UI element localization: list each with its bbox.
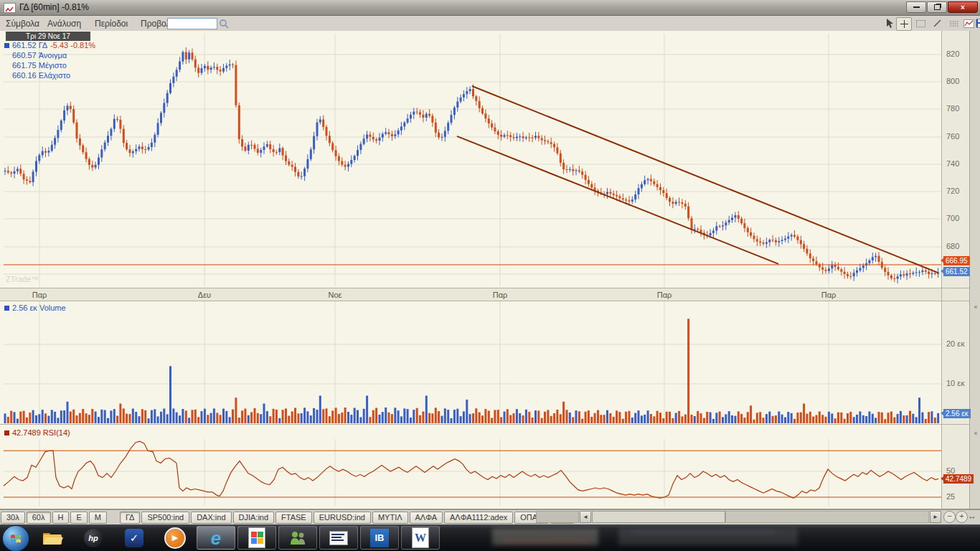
minimize-icon (913, 6, 920, 8)
region-tool-icon[interactable] (913, 17, 928, 29)
rsi-tick: 25 (946, 492, 955, 501)
volume-legend: 2.56 εκ Volume (4, 303, 66, 313)
tab-symbol-sp500[interactable]: SP500:ind (141, 512, 189, 524)
price-tick: 740 (946, 159, 959, 168)
rsi-pane-close-icon[interactable]: × (972, 430, 979, 437)
x-tick: Παρ (32, 291, 47, 299)
pointer-tool-icon[interactable] (882, 17, 896, 29)
menu-analysis[interactable]: Ανάλυση (43, 18, 85, 29)
ib-icon: IB (370, 529, 389, 547)
tab-symbol-dax[interactable]: DAX:ind (191, 512, 231, 524)
media-player-icon: ▶ (164, 527, 186, 549)
google-page-icon (248, 527, 265, 548)
taskbar-glass-reflection (631, 531, 775, 533)
rsi-tag: 42.7489 (943, 474, 974, 484)
volume-tick: 20 εκ (946, 339, 965, 348)
rsi-legend: 42.7489 RSI(14) (4, 428, 70, 438)
crosshair-tool-icon[interactable] (896, 17, 912, 31)
taskbar-windows-media-player[interactable]: ▶ (156, 526, 194, 550)
tab-period-60min[interactable]: 60λ (27, 512, 51, 524)
restore-icon (934, 4, 941, 10)
volume-pane-close-icon[interactable]: × (972, 303, 979, 311)
crosshair-date-header: Τρι 29 Νοε 17 (6, 32, 90, 41)
taskbar-windows-explorer[interactable] (33, 526, 72, 550)
tab-period-month[interactable]: M (89, 512, 107, 524)
volume-tick: 10 εκ (946, 379, 965, 387)
tab-scrollbar-track[interactable] (725, 511, 929, 523)
window-title: ΓΔ [60min] -0.81% (19, 2, 89, 12)
ztrade-application-window: ΓΔ [60min] -0.81% × Σύμβολα Ανάλυση Περί… (0, 0, 980, 551)
price-tick: 780 (946, 104, 959, 113)
menu-symbols[interactable]: Σύμβολα (1, 18, 44, 29)
taskbar-internet-explorer[interactable]: e (197, 526, 235, 550)
start-button[interactable] (2, 525, 29, 551)
volume-tag: 2.56 εκ (943, 409, 971, 418)
tab-symbol-alpha1112[interactable]: ΑΛΦΑ1112:adex (444, 512, 513, 524)
tab-symbol-mytil[interactable]: ΜΥΤΙΛ (372, 512, 408, 524)
zoom-out-button[interactable]: − (943, 511, 956, 523)
zoom-in-button[interactable]: + (956, 511, 968, 523)
legend-high: 661.75 Μέγιστο (12, 61, 67, 70)
taskbar-checkmark-app[interactable]: ✓ (115, 526, 154, 550)
minimize-button[interactable] (906, 1, 926, 13)
x-tick: Νοε (329, 291, 342, 299)
tab-scroll-right-icon[interactable]: ► (930, 511, 941, 523)
tab-scrollbar-thumb[interactable] (592, 511, 725, 523)
price-tick: 760 (946, 132, 959, 141)
internet-explorer-icon: e (211, 529, 221, 547)
tab-period-week[interactable]: E (70, 512, 87, 524)
taskbar-hp[interactable]: hp (74, 526, 113, 550)
legend-open: 660.57 Άνοιγμα (12, 51, 67, 60)
last-price-tag: 661.52 (943, 267, 970, 276)
price-tick: 700 (946, 214, 959, 222)
tab-symbol-ftase[interactable]: FTASE (275, 512, 312, 524)
symbol-search-input[interactable] (167, 18, 217, 29)
tab-symbol-djia[interactable]: DJIA:ind (233, 512, 275, 524)
close-icon: × (961, 4, 965, 11)
checkmark-icon: ✓ (125, 529, 143, 547)
series-marker-icon (4, 306, 9, 311)
restore-button[interactable] (927, 1, 947, 13)
price-tick: 800 (946, 77, 959, 85)
close-button[interactable]: × (948, 1, 978, 13)
save-icon[interactable] (973, 17, 980, 29)
tab-symbol-alpha[interactable]: ΑΛΦΑ (410, 512, 443, 524)
taskbar-interactive-brokers[interactable]: IB (360, 526, 399, 550)
messenger-people-icon (288, 529, 307, 547)
price-tick: 820 (946, 50, 959, 58)
taskbar-ztrade-document[interactable] (319, 526, 358, 550)
taskbar-glass-reflection (492, 528, 598, 545)
legend-low: 660.16 Ελάχιστο (12, 71, 70, 80)
price-tick: 720 (946, 187, 959, 195)
tab-period-30min[interactable]: 30λ (1, 512, 25, 524)
taskbar-google-page[interactable] (237, 526, 276, 550)
x-tick: Παρ (493, 291, 508, 299)
series-marker-icon (4, 430, 9, 435)
menu-periods[interactable]: Περίοδοι (90, 18, 132, 29)
x-tick: Δευ (198, 291, 211, 299)
taskbar-microsoft-word[interactable]: W (401, 526, 440, 550)
legend-last-price: 661.52 ΓΔ-5.43 -0.81% (4, 41, 95, 50)
x-tick: Παρ (657, 291, 672, 299)
search-icon[interactable] (217, 17, 231, 29)
ztrade-watermark: ZTrade™ (6, 275, 39, 283)
grid-tool-icon[interactable] (947, 17, 961, 29)
windows-flag-icon (9, 532, 23, 546)
folder-icon (42, 529, 63, 547)
fit-width-button[interactable]: ↔ (968, 511, 976, 521)
chart-canvas (0, 31, 980, 524)
taskbar: hp ✓ ▶ e IB (0, 524, 980, 551)
tab-symbol-eurusd[interactable]: EURUSD:ind (314, 512, 371, 524)
document-icon (329, 531, 348, 545)
taskbar-windows-live-messenger[interactable] (278, 526, 317, 550)
hline-price-tag: 666.95 (943, 256, 970, 265)
trendline-tool-icon[interactable] (930, 17, 944, 29)
series-marker-icon (4, 43, 9, 48)
tab-symbol-gd[interactable]: ΓΔ (120, 512, 140, 524)
tab-scroll-recess (536, 511, 579, 523)
tab-period-day[interactable]: H (52, 512, 70, 524)
app-chart-icon (4, 3, 16, 13)
hp-icon: hp (84, 529, 103, 547)
tab-scroll-left-icon[interactable]: ◄ (580, 511, 591, 523)
taskbar-glass-reflection (502, 540, 588, 542)
